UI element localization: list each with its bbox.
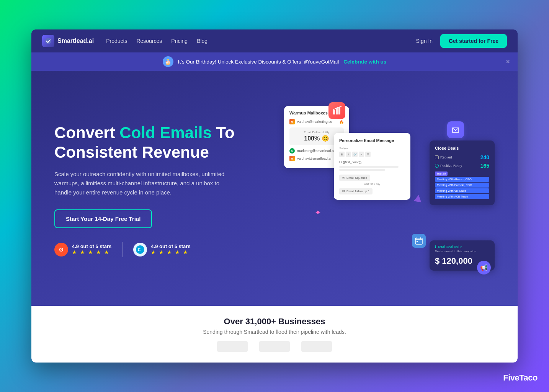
bottom-title: Over 31,000+ Businesses <box>54 317 495 327</box>
positive-value: 165 <box>480 163 489 169</box>
deal-value-sub: Deals earned in this campaign <box>435 250 489 253</box>
nav-resources[interactable]: Resources <box>136 38 162 44</box>
headline-part2: To <box>212 124 235 142</box>
hero-headline: Convert Cold Emails To Consistent Revenu… <box>54 123 246 162</box>
rating-divider <box>122 242 123 257</box>
personalize-card-title: Personalize Email Message <box>339 138 405 143</box>
decorative-star-1: ✦ <box>315 208 321 217</box>
svg-rect-10 <box>417 241 418 242</box>
nav-pricing[interactable]: Pricing <box>171 38 188 44</box>
meeting-3: Meeting With VK Sales <box>435 188 489 193</box>
svg-rect-3 <box>333 110 335 114</box>
headline-highlight: Cold Emails <box>119 124 211 142</box>
capterra-rating: C 4.9 out of 5 stars ★ ★ ★ ★ ★ <box>133 243 190 256</box>
deal-value-header: ℹ Total Deal Value <box>435 245 489 249</box>
calendar-icon <box>412 234 426 248</box>
bottom-section: Over 31,000+ Businesses Sending through … <box>31 306 518 363</box>
email-squance-button: ✉Email Squance <box>339 175 370 181</box>
svg-rect-8 <box>417 237 417 239</box>
gmail-icon-1: M <box>289 119 295 124</box>
main-content: Convert Cold Emails To Consistent Revenu… <box>31 71 518 363</box>
g2-rating: G 4.9 out of 5 stars ★ ★ ★ ★ ★ <box>54 243 111 256</box>
warmup-email-1: M vaibhav@marketing.co 🔥 <box>289 119 344 124</box>
headline-line2: Consistent Revenue <box>54 143 209 161</box>
banner-icon: 🎂 <box>163 56 173 67</box>
positive-reply-stat: Positive Reply 165 <box>435 163 489 169</box>
hero-left: Convert Cold Emails To Consistent Revenu… <box>54 123 246 257</box>
headline-part1: Convert <box>54 124 119 142</box>
close-deals-title: Close Deals <box>435 146 489 150</box>
megaphone-icon: 📢 <box>477 261 491 274</box>
watermark: FiveTaco <box>503 373 538 383</box>
nav-blog[interactable]: Blog <box>197 38 208 44</box>
get-started-button[interactable]: Get started for Free <box>440 34 507 48</box>
announcement-banner: 🎂 It's Our Birthday! Unlock Exclusive Di… <box>31 52 518 71</box>
hero-section: Convert Cold Emails To Consistent Revenu… <box>31 71 518 306</box>
navbar: Smartlead.ai Products Resources Pricing … <box>31 29 518 52</box>
bottom-subtitle: Sending through Smartlead to flood their… <box>54 329 495 335</box>
wait-text: wait for 1 day <box>339 183 405 185</box>
gmail-icon-3: M <box>289 156 295 161</box>
meeting-2: Meeting With Pamela, CDO <box>435 183 489 188</box>
partner-logo-1 <box>217 341 248 352</box>
link-icon: 🔗 <box>352 152 358 157</box>
subject-label: Subject <box>339 147 405 150</box>
format-icons: B i 🔗 ≡ ⊞ <box>339 152 405 157</box>
date-badge: Tue 29 <box>435 172 448 176</box>
ratings-section: G 4.9 out of 5 stars ★ ★ ★ ★ ★ C <box>54 242 246 257</box>
banner-link[interactable]: Celebrate with us <box>343 59 386 65</box>
meetings-date: Tue 29 <box>435 172 489 175</box>
svg-rect-7 <box>415 238 422 244</box>
logo-strip <box>54 341 495 352</box>
replied-icon <box>435 155 439 159</box>
close-deals-card: Close Deals Replied 240 Positive Reply <box>430 140 495 205</box>
hero-right: Warmup Mailboxes M vaibhav@marketing.co … <box>269 102 495 278</box>
capterra-stars: ★ ★ ★ ★ ★ <box>151 249 190 255</box>
deliverability-label: Email Deliverability <box>292 131 341 134</box>
list-icon: ≡ <box>359 152 364 157</box>
g2-score: 4.9 out of 5 stars <box>72 243 111 249</box>
svg-text:C: C <box>138 248 141 252</box>
banner-close-button[interactable]: × <box>506 58 510 66</box>
nav-right: Sign In Get started for Free <box>416 34 507 48</box>
banner-message: It's Our Birthday! Unlock Exclusive Disc… <box>178 59 339 65</box>
capterra-rating-info: 4.9 out of 5 stars ★ ★ ★ ★ ★ <box>151 243 190 255</box>
logo-icon <box>42 35 54 47</box>
partner-logo-2 <box>259 341 290 352</box>
meeting-4: Meeting With ACE Team <box>435 194 489 199</box>
capterra-score: 4.9 out of 5 stars <box>151 243 190 249</box>
browser-window: Smartlead.ai Products Resources Pricing … <box>31 29 518 363</box>
bar-chart-icon <box>328 102 345 119</box>
personalize-card: Personalize Email Message Subject B i 🔗 … <box>334 133 410 200</box>
meeting-1: Meeting With Alvarez, CEO <box>435 177 489 182</box>
svg-rect-9 <box>420 237 421 239</box>
replied-label: Replied <box>435 155 452 159</box>
svg-rect-4 <box>336 108 338 114</box>
hero-description: Scale your outreach confidently with unl… <box>54 170 230 197</box>
nav-products[interactable]: Products <box>106 38 127 44</box>
align-icon: ⊞ <box>365 152 371 157</box>
g2-logo: G <box>54 243 68 256</box>
g2-stars: ★ ★ ★ ★ ★ <box>72 249 111 255</box>
nav-links: Products Resources Pricing Blog <box>106 38 404 44</box>
bold-icon: B <box>339 152 345 157</box>
replied-value: 240 <box>480 154 489 160</box>
hero-cta-button[interactable]: Start Your 14-Day Free Trial <box>54 209 152 228</box>
partner-logo-3 <box>301 341 332 352</box>
positive-label: Positive Reply <box>435 164 462 168</box>
email-body: Hi {{first_name}}, <box>339 160 405 171</box>
mail-icon-purple <box>447 121 464 138</box>
decorative-triangle <box>414 194 423 202</box>
positive-icon <box>435 164 439 168</box>
smartlead-icon-1: S <box>289 148 295 154</box>
svg-rect-5 <box>338 107 340 114</box>
g2-rating-info: 4.9 out of 5 stars ★ ★ ★ ★ ★ <box>72 243 111 255</box>
logo-text: Smartlead.ai <box>57 38 94 44</box>
email-followup-button: ✉Email follow up 1 <box>339 188 373 194</box>
replied-stat: Replied 240 <box>435 154 489 160</box>
sign-in-link[interactable]: Sign In <box>416 38 433 44</box>
logo-area[interactable]: Smartlead.ai <box>42 35 94 47</box>
italic-icon: i <box>346 152 351 157</box>
capterra-logo: C <box>133 243 147 256</box>
